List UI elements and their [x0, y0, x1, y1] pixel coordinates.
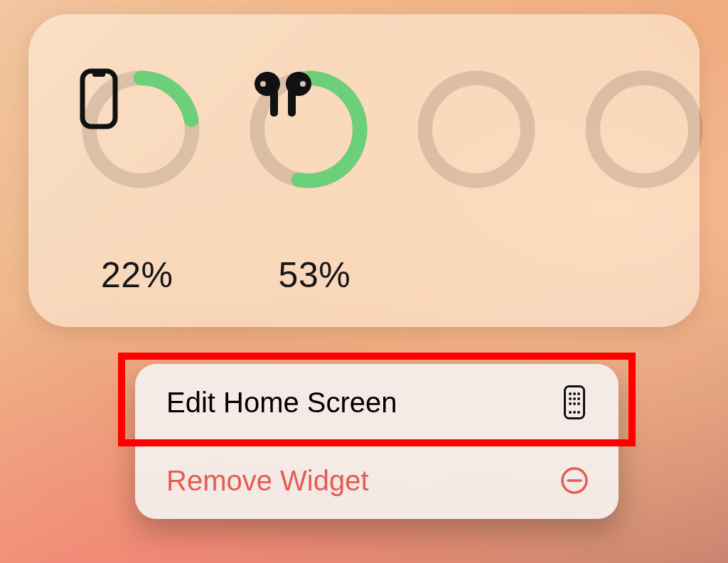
svg-rect-2	[82, 71, 115, 127]
airpods-icon	[247, 68, 370, 191]
svg-point-13	[593, 78, 695, 181]
remove-circle-icon	[559, 462, 590, 499]
battery-ring-empty	[415, 68, 537, 191]
menu-item-label: Edit Home Screen	[166, 387, 397, 418]
svg-point-19	[573, 397, 576, 400]
edit-home-screen-menu-item[interactable]: Edit Home Screen	[135, 364, 619, 441]
remove-widget-menu-item[interactable]: Remove Widget	[135, 442, 619, 519]
battery-ring-airpods	[247, 68, 370, 191]
svg-point-12	[425, 78, 528, 181]
svg-point-16	[573, 392, 576, 395]
svg-rect-7	[270, 88, 278, 117]
svg-point-24	[569, 411, 572, 414]
battery-rings-row	[80, 68, 705, 191]
svg-point-11	[300, 81, 306, 87]
svg-point-26	[577, 411, 580, 414]
battery-labels-row: 22% 53%	[101, 254, 350, 296]
svg-point-25	[573, 411, 576, 414]
svg-point-18	[569, 397, 572, 400]
widget-context-menu: Edit Home Screen Remove Widget	[135, 364, 619, 519]
svg-point-23	[577, 402, 580, 405]
battery-ring-empty	[583, 68, 705, 191]
phone-icon	[80, 68, 202, 191]
battery-label-phone: 22%	[101, 254, 173, 296]
svg-point-8	[260, 81, 266, 87]
svg-point-20	[577, 397, 580, 400]
battery-label-airpods: 53%	[279, 254, 351, 296]
batteries-widget[interactable]: 22% 53%	[28, 14, 700, 327]
apps-grid-icon	[559, 384, 590, 421]
svg-point-22	[573, 402, 576, 405]
svg-point-17	[577, 392, 580, 395]
svg-rect-3	[92, 71, 105, 77]
battery-ring-phone	[80, 68, 202, 191]
svg-point-15	[569, 392, 572, 395]
svg-point-21	[569, 402, 572, 405]
menu-item-label: Remove Widget	[166, 465, 369, 496]
svg-rect-10	[288, 88, 296, 117]
